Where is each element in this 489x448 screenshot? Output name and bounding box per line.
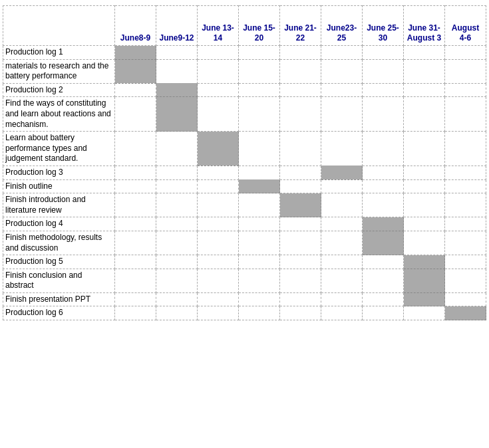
- header-cell: June9-12: [156, 6, 198, 46]
- gantt-empty: [115, 83, 156, 97]
- gantt-empty: [321, 83, 363, 97]
- gantt-empty: [156, 132, 198, 166]
- gantt-empty: [239, 166, 280, 179]
- header-label: [3, 6, 115, 46]
- gantt-empty: [198, 46, 239, 60]
- gantt-empty: [156, 179, 198, 193]
- gantt-empty: [239, 217, 280, 231]
- gantt-empty: [239, 46, 280, 60]
- gantt-empty: [363, 255, 404, 269]
- gantt-empty: [198, 179, 239, 193]
- gantt-empty: [445, 97, 486, 132]
- gantt-empty: [156, 193, 198, 217]
- gantt-empty: [198, 292, 239, 306]
- gantt-empty: [321, 231, 363, 255]
- gantt-empty: [445, 292, 486, 306]
- gantt-empty: [321, 269, 363, 292]
- gantt-empty: [280, 217, 321, 231]
- gantt-empty: [156, 306, 198, 320]
- gantt-empty: [321, 193, 363, 217]
- gantt-empty: [280, 166, 321, 179]
- gantt-empty: [321, 132, 363, 166]
- gantt-empty: [280, 46, 321, 60]
- header-cell: June8-9: [115, 6, 156, 46]
- gantt-empty: [445, 231, 486, 255]
- gantt-empty: [404, 97, 445, 132]
- gantt-bar: [115, 46, 156, 60]
- header-cell: June 13-14: [198, 6, 239, 46]
- row-label: Finish conclusion and abstract: [3, 269, 115, 292]
- gantt-empty: [404, 59, 445, 83]
- header-cell: June 25-30: [363, 6, 404, 46]
- gantt-empty: [198, 97, 239, 132]
- header-cell: June23-25: [321, 6, 363, 46]
- gantt-empty: [404, 193, 445, 217]
- gantt-bar: [198, 132, 239, 166]
- gantt-empty: [280, 292, 321, 306]
- gantt-empty: [280, 269, 321, 292]
- table-row: Production log 5: [3, 255, 486, 269]
- gantt-empty: [363, 132, 404, 166]
- row-label: Production log 6: [3, 306, 115, 320]
- gantt-empty: [321, 306, 363, 320]
- gantt-empty: [280, 83, 321, 97]
- gantt-empty: [321, 59, 363, 83]
- gantt-empty: [115, 306, 156, 320]
- gantt-bar: [321, 166, 363, 179]
- gantt-bar: [156, 97, 198, 132]
- gantt-empty: [239, 231, 280, 255]
- gantt-empty: [363, 83, 404, 97]
- row-label: Finish presentation PPT: [3, 292, 115, 306]
- gantt-empty: [280, 306, 321, 320]
- gantt-empty: [404, 231, 445, 255]
- gantt-empty: [363, 306, 404, 320]
- gantt-empty: [404, 217, 445, 231]
- table-row: Finish outline: [3, 179, 486, 193]
- gantt-empty: [156, 255, 198, 269]
- header-row: June8-9June9-12June 13-14June 15-20June …: [3, 6, 486, 46]
- gantt-bar: [404, 292, 445, 306]
- gantt-empty: [239, 59, 280, 83]
- gantt-empty: [321, 217, 363, 231]
- gantt-empty: [445, 269, 486, 292]
- header-cell: June 15-20: [239, 6, 280, 46]
- gantt-empty: [156, 217, 198, 231]
- gantt-empty: [321, 46, 363, 60]
- gantt-empty: [280, 179, 321, 193]
- table-row: materials to research and the battery pe…: [3, 59, 486, 83]
- gantt-empty: [115, 231, 156, 255]
- gantt-bar: [445, 306, 486, 320]
- gantt-empty: [280, 132, 321, 166]
- gantt-empty: [156, 231, 198, 255]
- gantt-empty: [115, 217, 156, 231]
- gantt-empty: [445, 179, 486, 193]
- table-row: Production log 1: [3, 46, 486, 60]
- gantt-empty: [156, 166, 198, 179]
- gantt-empty: [239, 255, 280, 269]
- row-label: Finish introduction and literature revie…: [3, 193, 115, 217]
- gantt-empty: [239, 306, 280, 320]
- table-row: Finish conclusion and abstract: [3, 269, 486, 292]
- gantt-empty: [445, 217, 486, 231]
- gantt-empty: [115, 292, 156, 306]
- gantt-empty: [363, 179, 404, 193]
- gantt-empty: [280, 59, 321, 83]
- table-row: Finish methodology, results and discussi…: [3, 231, 486, 255]
- gantt-empty: [198, 166, 239, 179]
- table-row: Finish introduction and literature revie…: [3, 193, 486, 217]
- gantt-empty: [115, 132, 156, 166]
- gantt-empty: [445, 59, 486, 83]
- gantt-empty: [239, 193, 280, 217]
- row-label: Production log 2: [3, 83, 115, 97]
- gantt-empty: [115, 179, 156, 193]
- gantt-bar: [363, 217, 404, 231]
- gantt-empty: [404, 83, 445, 97]
- gantt-empty: [115, 193, 156, 217]
- row-label: materials to research and the battery pe…: [3, 59, 115, 83]
- gantt-bar: [404, 255, 445, 269]
- gantt-empty: [198, 59, 239, 83]
- table-row: Learn about battery performance types an…: [3, 132, 486, 166]
- gantt-empty: [363, 269, 404, 292]
- gantt-empty: [198, 83, 239, 97]
- table-row: Production log 2: [3, 83, 486, 97]
